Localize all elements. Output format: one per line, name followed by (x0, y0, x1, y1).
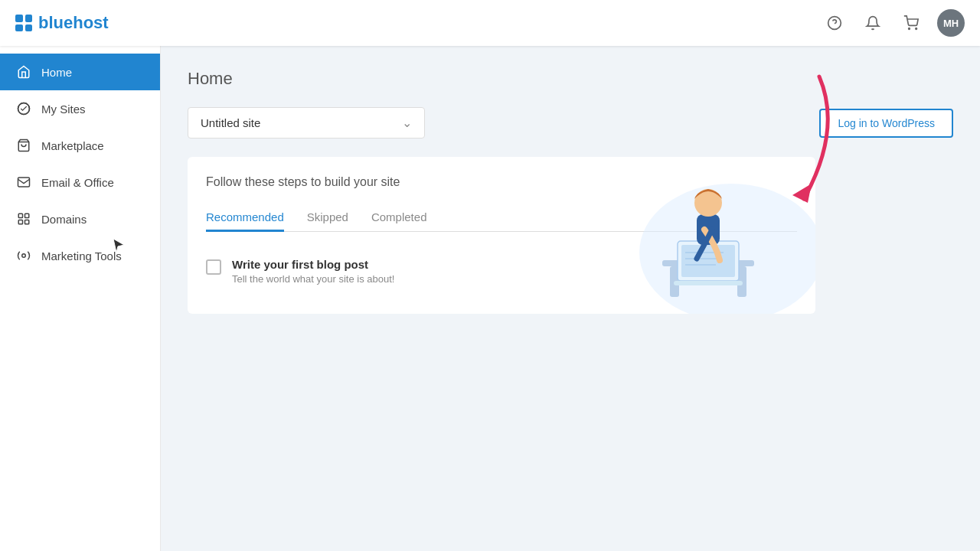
email-icon (15, 174, 32, 191)
page-title: Home (188, 69, 953, 89)
logo[interactable]: bluehost (15, 13, 109, 33)
sidebar-item-my-sites[interactable]: My Sites (0, 90, 160, 127)
sidebar-item-marketplace[interactable]: Marketplace (0, 127, 160, 164)
svg-rect-17 (681, 245, 735, 277)
svg-point-3 (916, 28, 917, 30)
tab-completed[interactable]: Completed (371, 204, 427, 232)
sidebar-item-marketing-tools[interactable]: Marketing Tools (0, 237, 160, 274)
tab-skipped[interactable]: Skipped (307, 204, 348, 232)
cart-icon[interactable] (899, 11, 923, 35)
sidebar-item-my-sites-label: My Sites (41, 103, 86, 116)
login-wordpress-button[interactable]: Log in to WordPress (819, 109, 953, 138)
logo-text: bluehost (38, 13, 109, 33)
main-content: Home Untitled site ⌄ Log in to WordPress… (161, 46, 980, 551)
sidebar-item-domains[interactable]: Domains (0, 201, 160, 237)
header: bluehost MH (0, 0, 980, 46)
marketing-icon (15, 247, 32, 264)
shop-icon (15, 137, 32, 154)
svg-point-2 (909, 28, 910, 30)
avatar[interactable]: MH (937, 9, 965, 37)
svg-rect-10 (25, 220, 29, 224)
task-text: Write your first blog post Tell the worl… (232, 258, 394, 285)
bell-icon[interactable] (861, 11, 885, 35)
header-actions: MH (822, 9, 965, 37)
sidebar-item-domains-label: Domains (41, 213, 87, 226)
illustration (555, 157, 815, 314)
task-description: Tell the world what your site is about! (232, 273, 394, 285)
home-icon (15, 64, 32, 80)
site-selector-row: Untitled site ⌄ Log in to WordPress (188, 107, 953, 139)
sidebar: Home My Sites Marketplace (0, 46, 161, 551)
svg-rect-7 (18, 214, 22, 217)
task-title: Write your first blog post (232, 258, 394, 271)
sidebar-item-marketplace-label: Marketplace (41, 139, 104, 152)
sidebar-item-email-label: Email & Office (41, 176, 114, 189)
help-icon[interactable] (822, 11, 847, 35)
sidebar-item-home-label: Home (41, 66, 72, 79)
sidebar-item-email-office[interactable]: Email & Office (0, 164, 160, 201)
svg-rect-21 (674, 281, 743, 285)
tab-recommended[interactable]: Recommended (206, 204, 284, 232)
svg-point-11 (22, 254, 26, 258)
sidebar-item-marketing-label: Marketing Tools (41, 249, 122, 262)
task-checkbox[interactable] (206, 259, 221, 275)
chevron-down-icon: ⌄ (402, 116, 412, 130)
site-dropdown[interactable]: Untitled site ⌄ (188, 107, 425, 139)
grid-icon (15, 15, 32, 31)
svg-rect-6 (18, 178, 30, 187)
svg-rect-9 (18, 220, 22, 224)
svg-rect-8 (25, 214, 29, 217)
domains-icon (15, 210, 32, 227)
sidebar-item-home[interactable]: Home (0, 54, 160, 90)
wp-icon (15, 100, 32, 117)
site-dropdown-value: Untitled site (201, 116, 260, 129)
layout: Home My Sites Marketplace (0, 46, 980, 551)
steps-section: Follow these steps to build your site Re… (188, 157, 815, 314)
